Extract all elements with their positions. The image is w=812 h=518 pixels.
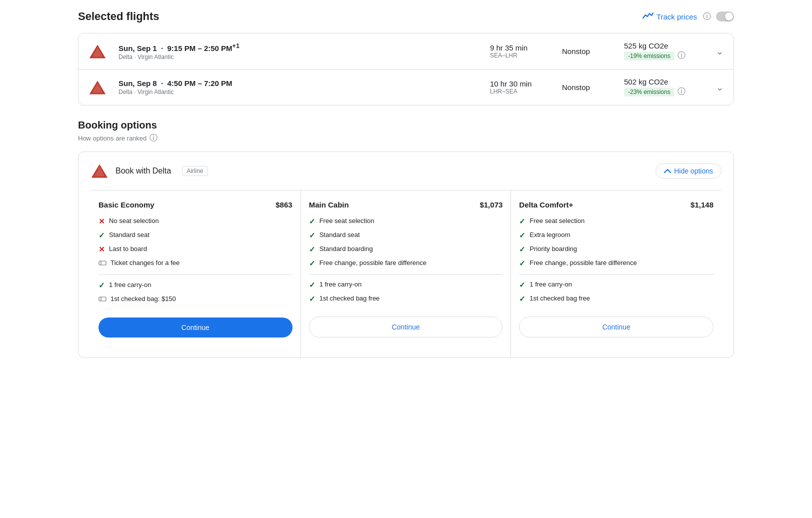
flight-duration: 10 hr 30 min LHR–SEA [490,80,550,95]
flight-emissions: 502 kg CO2e -23% emissions ⓘ [624,78,704,97]
list-item: ✓ Free seat selection [519,217,714,226]
emissions-badge: -23% emissions [624,88,674,96]
list-item: ✓ 1 free carry-on [98,281,292,290]
check-icon: ✓ [309,294,316,304]
list-item: ✓ 1st checked bag free [309,294,503,304]
check-icon: ✓ [519,217,526,226]
options-grid: Basic Economy $863 ✕ No seat selection ✓… [90,190,722,358]
booking-section: Booking options How options are ranked ⓘ… [78,120,734,358]
list-item: ✕ Last to board [98,245,292,254]
list-item: ✓ 1st checked bag free [519,294,714,304]
booking-delta-logo [90,162,108,180]
delta-logo [88,42,106,60]
ranking-info-icon[interactable]: ⓘ [150,133,158,144]
option-features: ✓ Free seat selection ✓ Standard seat ✓ … [309,217,503,268]
emissions-badge: -19% emissions [624,52,674,60]
flight-info: Sun, Sep 8 · 4:50 PM – 7:20 PM Delta · V… [118,79,478,96]
flight-info: Sun, Sep 1 · 9:15 PM – 2:50 PM+1 Delta ·… [118,42,478,60]
delta-comfort-continue-button[interactable]: Continue [519,316,714,338]
list-item: ✓ Free change, possible fare difference [519,259,714,268]
flight-row: Sun, Sep 1 · 9:15 PM – 2:50 PM+1 Delta ·… [78,34,734,70]
option-basic-economy: Basic Economy $863 ✕ No seat selection ✓… [90,190,301,358]
check-icon: ✓ [309,280,316,290]
option-bags: ✓ 1 free carry-on ✓ 1st checked bag free [519,280,714,304]
emissions-info-icon[interactable]: ⓘ [678,51,686,60]
list-item: 1st checked bag: $150 [98,295,292,304]
option-features: ✓ Free seat selection ✓ Extra legroom ✓ … [519,217,714,268]
delta-logo [88,78,106,96]
flight-stops: Nonstop [562,83,612,92]
flight-airline: Delta · Virgin Atlantic [118,88,478,96]
airline-badge: Airline [182,166,208,176]
ticket-icon [98,259,106,268]
check-icon: ✓ [519,280,526,290]
header-right: Track prices ⓘ [642,11,734,22]
track-prices-toggle[interactable] [716,12,734,22]
cross-icon: ✕ [98,245,105,254]
flight-route-time: Sun, Sep 1 · 9:15 PM – 2:50 PM+1 [118,42,478,52]
flight-duration: 9 hr 35 min SEA–LHR [490,44,550,59]
booking-section-title: Booking options [78,120,734,131]
page-header: Selected flights Track prices ⓘ [78,10,734,23]
option-features: ✕ No seat selection ✓ Standard seat ✕ La… [98,217,292,268]
check-icon: ✓ [519,245,526,254]
check-icon: ✓ [309,245,316,254]
list-item: ✕ No seat selection [98,217,292,226]
flight-chevron-icon[interactable]: ⌄ [716,82,724,93]
flight-airline: Delta · Virgin Atlantic [118,54,478,60]
list-item: ✓ Free change, possible fare difference [309,259,503,268]
booking-card-left: Book with Delta Airline [90,162,208,180]
chevron-up-icon [664,167,671,175]
check-icon: ✓ [309,231,316,240]
booking-card-header: Book with Delta Airline Hide options [90,162,722,180]
booking-card: Book with Delta Airline Hide options [78,152,734,358]
svg-rect-8 [99,297,106,301]
list-item: ✓ Extra legroom [519,231,714,240]
check-icon: ✓ [309,217,316,226]
option-header: Basic Economy $863 [98,200,292,209]
list-item: ✓ 1 free carry-on [519,280,714,290]
check-icon: ✓ [98,281,105,290]
option-bags: ✓ 1 free carry-on 1st checked bag: $150 [98,281,292,304]
page-title: Selected flights [78,10,160,23]
hide-options-button[interactable]: Hide options [656,164,722,178]
flight-stops: Nonstop [562,47,612,56]
list-item: ✓ Priority boarding [519,245,714,254]
check-icon: ✓ [519,294,526,304]
flights-container: Sun, Sep 1 · 9:15 PM – 2:50 PM+1 Delta ·… [78,33,734,106]
list-item: ✓ Free seat selection [309,217,503,226]
option-header: Delta Comfort+ $1,148 [519,200,714,209]
booking-airline-name: Book with Delta [116,166,171,176]
option-delta-comfort: Delta Comfort+ $1,148 ✓ Free seat select… [511,190,722,358]
bag-icon [98,295,106,304]
basic-economy-continue-button[interactable]: Continue [98,318,292,338]
list-item: Ticket changes for a fee [98,259,292,268]
list-item: ✓ 1 free carry-on [309,280,503,290]
flight-row: Sun, Sep 8 · 4:50 PM – 7:20 PM Delta · V… [78,70,734,105]
track-prices-link[interactable]: Track prices [642,11,697,22]
flight-route-time: Sun, Sep 8 · 4:50 PM – 7:20 PM [118,79,478,88]
flight-emissions: 525 kg CO2e -19% emissions ⓘ [624,42,704,61]
check-icon: ✓ [519,231,526,240]
list-item: ✓ Standard seat [309,231,503,240]
list-item: ✓ Standard seat [98,231,292,240]
flight-chevron-icon[interactable]: ⌄ [716,46,724,57]
list-item: ✓ Standard boarding [309,245,503,254]
main-cabin-continue-button[interactable]: Continue [309,316,503,338]
option-main-cabin: Main Cabin $1,073 ✓ Free seat selection … [301,190,512,358]
section-subtitle: How options are ranked ⓘ [78,133,734,144]
check-icon: ✓ [309,259,316,268]
track-prices-info-icon[interactable]: ⓘ [703,12,711,22]
option-header: Main Cabin $1,073 [309,200,503,209]
check-icon: ✓ [98,231,105,240]
emissions-info-icon[interactable]: ⓘ [678,87,686,96]
cross-icon: ✕ [98,217,105,226]
check-icon: ✓ [519,259,526,268]
option-bags: ✓ 1 free carry-on ✓ 1st checked bag free [309,280,503,304]
track-prices-icon [642,11,654,22]
svg-rect-6 [99,261,106,265]
track-prices-label: Track prices [656,12,697,21]
